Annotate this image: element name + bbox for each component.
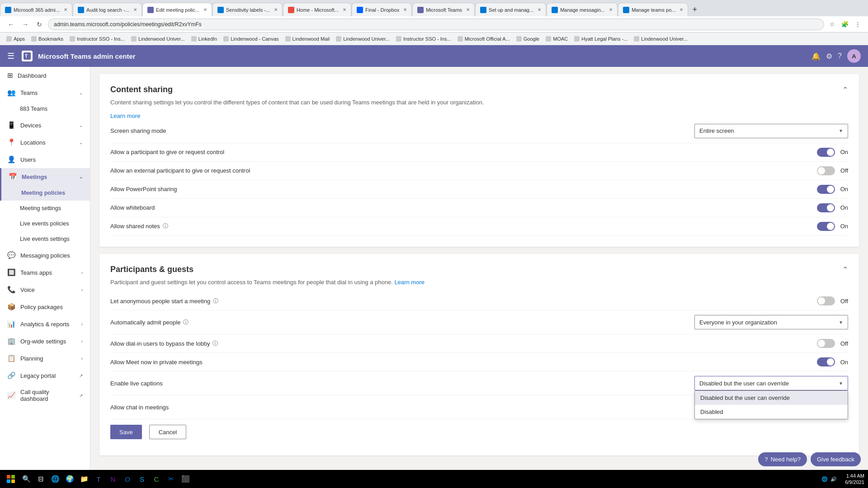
shared-notes-toggle-btn[interactable] bbox=[817, 222, 835, 231]
sidebar-item-dashboard[interactable]: ⊞Dashboard bbox=[0, 67, 90, 84]
external-control-status: Off bbox=[840, 167, 848, 174]
taskbar-extras[interactable]: ⬛ bbox=[179, 473, 192, 485]
bookmark-item[interactable]: Instructor SSO - Ins... bbox=[393, 35, 454, 42]
content-sharing-collapse[interactable]: ⌃ bbox=[842, 85, 848, 94]
external-control-toggle-btn[interactable] bbox=[817, 166, 835, 175]
menu-btn[interactable]: ⋮ bbox=[853, 20, 863, 28]
tab-t5[interactable]: Home - Microsoft...✕ bbox=[283, 3, 351, 16]
taskbar-onenote[interactable]: N bbox=[107, 473, 119, 485]
sidebar-item-teams[interactable]: 👥Teams⌄ bbox=[0, 84, 90, 101]
anonymous-start-toggle-btn[interactable] bbox=[817, 296, 835, 305]
taskbar-outlook[interactable]: O bbox=[121, 473, 134, 485]
help-icon[interactable]: ? bbox=[838, 52, 842, 60]
taskbar-task-view[interactable]: ⊟ bbox=[34, 473, 47, 485]
live-captions-dropdown-btn[interactable]: Disabled but the user can override ▼ bbox=[694, 376, 848, 390]
hamburger-menu[interactable]: ☰ bbox=[7, 51, 14, 61]
tab-t2[interactable]: Audit log search -...✕ bbox=[73, 3, 142, 16]
sidebar-item-org-settings[interactable]: 🏢Org-wide settings› bbox=[0, 333, 90, 350]
bookmark-item[interactable]: Lindenwood - Canvas bbox=[221, 35, 281, 42]
powerpoint-toggle-btn[interactable] bbox=[817, 185, 835, 194]
participants-collapse[interactable]: ⌃ bbox=[842, 265, 848, 274]
taskbar-clock[interactable]: 1:44 AM 6/9/2021 bbox=[845, 473, 864, 486]
give-feedback-button[interactable]: Give feedback bbox=[811, 452, 861, 466]
user-avatar[interactable]: A bbox=[847, 49, 861, 63]
reload-btn[interactable]: ↻ bbox=[34, 20, 44, 29]
cancel-button[interactable]: Cancel bbox=[149, 425, 186, 439]
tab-t7[interactable]: Microsoft Teams✕ bbox=[412, 3, 475, 16]
sidebar-item-planning[interactable]: 📋Planning› bbox=[0, 350, 90, 367]
top-bar-actions: 🔔 ⚙ ? A bbox=[811, 49, 861, 63]
taskbar-teams[interactable]: T bbox=[92, 473, 105, 485]
bookmark-item[interactable]: MOAC bbox=[543, 35, 571, 42]
auto-admit-info-icon[interactable]: ⓘ bbox=[183, 319, 189, 326]
sidebar-item-messaging-policies[interactable]: 💬Messaging policies bbox=[0, 247, 90, 264]
sidebar-item-teams-apps[interactable]: 🔲Teams apps› bbox=[0, 264, 90, 281]
participants-learn-more[interactable]: Learn more bbox=[394, 279, 424, 286]
taskbar-snip[interactable]: ✂ bbox=[165, 473, 177, 485]
bookmark-item[interactable]: Hyatt Legal Plans -... bbox=[571, 35, 630, 42]
taskbar-volume-icon[interactable]: 🔊 bbox=[830, 476, 837, 482]
sidebar-item-users[interactable]: 👤Users bbox=[0, 151, 90, 168]
forward-btn[interactable]: → bbox=[20, 20, 31, 29]
bookmark-btn[interactable]: ☆ bbox=[828, 20, 837, 28]
sidebar-item-legacy-portal[interactable]: 🔗Legacy portal↗ bbox=[0, 367, 90, 384]
sidebar-item-teams-manage[interactable]: 883 Teams bbox=[0, 101, 90, 117]
save-button[interactable]: Save bbox=[110, 425, 142, 439]
tab-t8[interactable]: Set up and manag...✕ bbox=[475, 3, 546, 16]
bookmark-item[interactable]: Lindenwood Univer... bbox=[128, 35, 188, 42]
sidebar-item-live-events-settings[interactable]: Live events settings bbox=[0, 231, 90, 247]
shared-notes-info-icon[interactable]: ⓘ bbox=[163, 222, 168, 230]
bookmark-item[interactable]: Lindenwood Univer... bbox=[333, 35, 392, 42]
bookmark-item[interactable]: Microsoft Official A... bbox=[455, 35, 513, 42]
sidebar-item-analytics[interactable]: 📊Analytics & reports› bbox=[0, 315, 90, 333]
tab-t9[interactable]: Manage messagin...✕ bbox=[547, 3, 618, 16]
meet-now-toggle-btn[interactable] bbox=[817, 357, 835, 366]
taskbar-network-icon[interactable]: 🌐 bbox=[821, 476, 828, 482]
taskbar-chrome[interactable]: C bbox=[150, 473, 163, 485]
taskbar-skype[interactable]: S bbox=[136, 473, 148, 485]
tab-t3[interactable]: Edit meeting polic...✕ bbox=[142, 3, 212, 16]
tab-t4[interactable]: Sensitivity labels -...✕ bbox=[212, 3, 283, 16]
whiteboard-toggle-btn[interactable] bbox=[817, 203, 835, 212]
taskbar-edge[interactable]: 🌐 bbox=[49, 473, 61, 485]
need-help-button[interactable]: ? Need help? bbox=[758, 452, 807, 466]
sidebar-item-meetings[interactable]: 📅Meetings⌄ bbox=[0, 168, 90, 185]
extensions-btn[interactable]: 🧩 bbox=[840, 20, 850, 28]
live-captions-option-1[interactable]: Disabled but the user can override bbox=[695, 391, 848, 405]
bookmark-item[interactable]: Lindenwood Univer... bbox=[631, 35, 690, 42]
sidebar-item-call-quality[interactable]: 📈Call quality dashboard↗ bbox=[0, 384, 90, 407]
dial-in-bypass-info-icon[interactable]: ⓘ bbox=[212, 340, 218, 347]
bookmark-item[interactable]: Lindenwood Mail bbox=[283, 35, 333, 42]
auto-admit-dropdown-btn[interactable]: Everyone in your organization ▼ bbox=[694, 315, 848, 329]
sidebar-item-meeting-policies[interactable]: Meeting policies bbox=[0, 185, 90, 201]
bookmark-item[interactable]: Instructor SSO - Ins... bbox=[67, 35, 127, 42]
dial-in-bypass-toggle-btn[interactable] bbox=[817, 339, 835, 348]
screen-sharing-dropdown-btn[interactable]: Entire screen ▼ bbox=[694, 124, 848, 138]
content-sharing-learn-more[interactable]: Learn more bbox=[110, 113, 140, 119]
taskbar-ie[interactable]: 🌍 bbox=[63, 473, 76, 485]
bookmark-item[interactable]: Apps bbox=[4, 35, 28, 42]
sidebar-item-devices[interactable]: 📱Devices⌄ bbox=[0, 117, 90, 134]
live-captions-option-2[interactable]: Disabled bbox=[695, 405, 848, 419]
anonymous-start-info-icon[interactable]: ⓘ bbox=[213, 297, 218, 305]
new-tab-button[interactable]: + bbox=[689, 3, 743, 16]
sidebar-item-voice[interactable]: 📞Voice› bbox=[0, 281, 90, 298]
address-input[interactable]: admin.teams.microsoft.com/policies/meeti… bbox=[48, 19, 824, 30]
start-button[interactable] bbox=[4, 472, 18, 486]
bookmark-item[interactable]: Google bbox=[514, 35, 542, 42]
bookmark-item[interactable]: LinkedIn bbox=[189, 35, 220, 42]
bookmark-item[interactable]: Bookmarks bbox=[28, 35, 66, 42]
settings-icon[interactable]: ⚙ bbox=[826, 52, 832, 61]
sidebar-item-locations[interactable]: 📍Locations⌄ bbox=[0, 134, 90, 151]
sidebar-item-meeting-settings[interactable]: Meeting settings bbox=[0, 201, 90, 216]
tab-t6[interactable]: Final - Dropbox✕ bbox=[352, 3, 412, 16]
tab-t1[interactable]: Microsoft 365 admi...✕ bbox=[0, 3, 72, 16]
sidebar-item-live-events-policies[interactable]: Live events policies bbox=[0, 216, 90, 231]
tab-t10[interactable]: Manage teams po...✕ bbox=[618, 3, 688, 16]
back-btn[interactable]: ← bbox=[5, 20, 16, 29]
sidebar-item-policy-packages[interactable]: 📦Policy packages bbox=[0, 298, 90, 315]
taskbar-search[interactable]: 🔍 bbox=[20, 473, 33, 485]
give-request-control-toggle-btn[interactable] bbox=[817, 148, 835, 157]
taskbar-explorer[interactable]: 📁 bbox=[78, 473, 90, 485]
notification-icon[interactable]: 🔔 bbox=[811, 52, 821, 61]
